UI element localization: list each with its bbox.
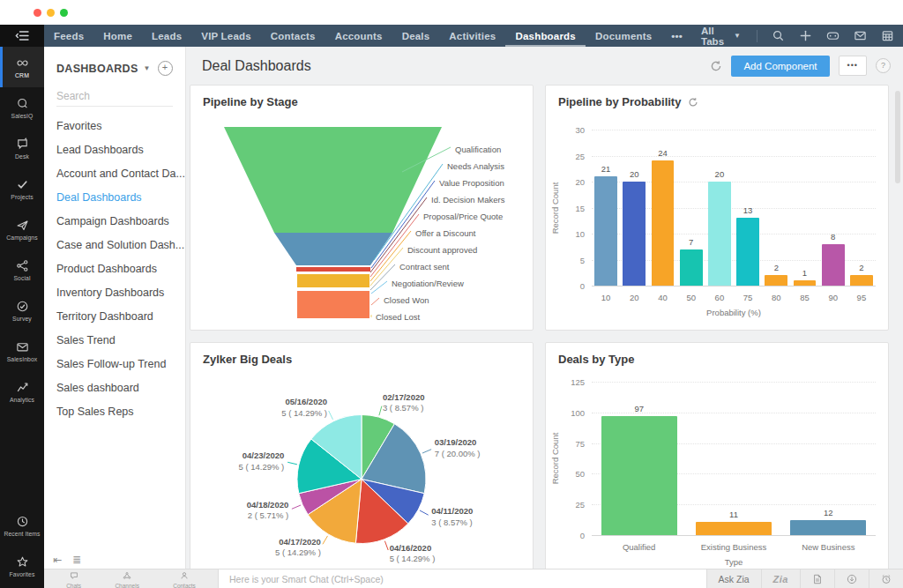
- calendar-icon[interactable]: [881, 29, 894, 42]
- bar-60[interactable]: [708, 182, 731, 286]
- window-minimize-button[interactable]: [47, 9, 55, 17]
- nav-tab-deals[interactable]: Deals: [392, 25, 440, 47]
- funnel-segment-0[interactable]: [224, 127, 442, 233]
- y-axis-label: Record Count: [550, 433, 560, 485]
- rail-item-crm[interactable]: CRM: [0, 47, 44, 87]
- plus-icon[interactable]: [799, 29, 812, 42]
- more-options-button[interactable]: •••: [839, 56, 867, 76]
- refresh-icon[interactable]: [710, 60, 722, 72]
- bar-75[interactable]: [736, 218, 759, 286]
- nav-menu-toggle-icon[interactable]: [0, 25, 44, 47]
- bar-value-label: 11: [686, 510, 780, 519]
- funnel-segment-4[interactable]: [297, 291, 369, 318]
- ask-zia-button[interactable]: Ask Zia: [707, 569, 762, 588]
- document-icon[interactable]: [801, 569, 835, 588]
- sidebar-item-deal-dashboards[interactable]: Deal Dashboards: [44, 185, 185, 209]
- sidebar-item-sales-trend[interactable]: Sales Trend: [44, 328, 185, 352]
- pie-label-04-11-2020: 04/11/20203 ( 8.57% ): [431, 506, 473, 528]
- sidebar-item-product-dashboards[interactable]: Product Dashboards: [44, 257, 185, 280]
- rail-item-label: Social: [13, 275, 30, 281]
- recent-items-icon: [16, 515, 29, 528]
- list-view-icon[interactable]: ≣: [72, 554, 81, 566]
- y-axis-tick: 100: [558, 408, 585, 418]
- zia-logo[interactable]: Zia: [762, 569, 801, 588]
- bar-80[interactable]: [765, 275, 787, 286]
- nav-tab-leads[interactable]: Leads: [142, 25, 191, 47]
- chats-icon: [70, 569, 78, 583]
- nav-tab-contacts[interactable]: Contacts: [261, 25, 325, 47]
- download-icon[interactable]: [835, 569, 869, 588]
- sidebar-search-input[interactable]: [56, 86, 173, 107]
- campaigns-icon: [16, 219, 29, 232]
- alarm-clock-icon[interactable]: [869, 569, 903, 588]
- sidebar-item-top-sales-reps[interactable]: Top Sales Reps: [44, 399, 185, 423]
- sidebar-item-case-and-solution-dash[interactable]: Case and Solution Dash...: [44, 233, 185, 257]
- rail-item-survey[interactable]: Survey: [0, 290, 44, 331]
- bar-10[interactable]: [594, 176, 617, 286]
- nav-tab-more[interactable]: •••: [661, 25, 692, 47]
- funnel-segment-2[interactable]: [296, 267, 370, 272]
- funnel-stage-label-discount-approved: Discount approved: [407, 245, 477, 255]
- y-axis-tick: 30: [558, 125, 585, 135]
- sidebar-item-territory-dashboard[interactable]: Territory Dashboard: [44, 304, 185, 328]
- sidebar-item-favorites[interactable]: Favorites: [44, 114, 185, 138]
- sidebar-item-account-and-contact-da[interactable]: Account and Contact Da...: [44, 161, 185, 185]
- rail-item-salesiq[interactable]: SalesIQ: [0, 87, 44, 128]
- rail-item-salesinbox[interactable]: SalesInbox: [0, 331, 44, 371]
- add-component-button[interactable]: Add Component: [731, 56, 829, 77]
- funnel-segment-3[interactable]: [297, 274, 369, 287]
- rail-item-favorites[interactable]: Favorites: [0, 546, 44, 586]
- nav-tab-accounts[interactable]: Accounts: [325, 25, 392, 47]
- rail-item-campaigns[interactable]: Campaigns: [0, 209, 44, 249]
- sidebar-item-campaign-dashboards[interactable]: Campaign Dashboards: [44, 209, 185, 233]
- bar-90[interactable]: [822, 244, 845, 286]
- search-icon[interactable]: [772, 29, 785, 42]
- window-zoom-button[interactable]: [60, 9, 68, 17]
- bar-new-business[interactable]: [790, 520, 866, 535]
- nav-tab-feeds[interactable]: Feeds: [44, 25, 93, 47]
- sidebar-item-lead-dashboards[interactable]: Lead Dashboards: [44, 138, 185, 161]
- rail-item-social[interactable]: Social: [0, 249, 44, 290]
- chart-refresh-icon[interactable]: [688, 97, 698, 108]
- collapse-sidebar-icon[interactable]: ⇤: [53, 554, 62, 566]
- x-axis-tick: 95: [830, 293, 893, 302]
- y-axis-tick: 25: [558, 152, 585, 161]
- window-close-button[interactable]: [34, 9, 41, 17]
- nav-tab-dashboards[interactable]: Dashboards: [505, 25, 585, 47]
- add-dashboard-button[interactable]: +: [158, 61, 173, 76]
- rail-item-analytics[interactable]: Analytics: [0, 371, 44, 412]
- bar-existing-business[interactable]: [696, 522, 772, 535]
- x-axis-label: Probability (%): [592, 308, 876, 317]
- bar-85[interactable]: [794, 280, 817, 286]
- rail-item-label: Campaigns: [6, 234, 37, 241]
- smart-chat-input[interactable]: [219, 574, 706, 584]
- bar-20[interactable]: [623, 182, 646, 286]
- nav-tab-activities[interactable]: Activities: [439, 25, 505, 47]
- rail-item-recent-items[interactable]: Recent Items: [0, 505, 44, 546]
- chevron-down-icon[interactable]: ▼: [144, 64, 151, 72]
- mail-icon[interactable]: [854, 29, 867, 42]
- nav-tab-vip-leads[interactable]: VIP Leads: [191, 25, 261, 47]
- bar-value-label: 8: [819, 232, 847, 242]
- sidebar-item-sales-follow-up-trend[interactable]: Sales Follow-up Trend: [44, 352, 185, 376]
- chat-tool-contacts[interactable]: Contacts: [173, 569, 196, 588]
- bar-40[interactable]: [652, 160, 675, 286]
- bar-50[interactable]: [680, 249, 703, 286]
- rail-item-desk[interactable]: Desk: [0, 128, 44, 168]
- sidebar-item-sales-dashboard[interactable]: Sales dashboard: [44, 376, 185, 399]
- panel-title: Pipeline by Probability: [558, 95, 681, 108]
- bar-95[interactable]: [850, 275, 873, 286]
- chat-tool-chats[interactable]: Chats: [66, 569, 81, 588]
- nav-tab-home[interactable]: Home: [93, 25, 142, 47]
- all-tabs-dropdown[interactable]: All Tabs ▼: [692, 26, 750, 47]
- help-icon[interactable]: ?: [876, 58, 891, 73]
- sidebar-item-inventory-dashboards[interactable]: Inventory Dashboards: [44, 280, 185, 304]
- funnel-stage-label-closed-won: Closed Won: [384, 295, 429, 305]
- scrollbar-thumb[interactable]: [895, 91, 900, 183]
- game-controller-icon[interactable]: [826, 29, 840, 42]
- nav-tab-documents[interactable]: Documents: [586, 25, 661, 47]
- funnel-segment-1[interactable]: [274, 233, 392, 265]
- chat-tool-channels[interactable]: Channels: [115, 569, 138, 588]
- bar-qualified[interactable]: [601, 416, 677, 535]
- rail-item-projects[interactable]: Projects: [0, 168, 44, 209]
